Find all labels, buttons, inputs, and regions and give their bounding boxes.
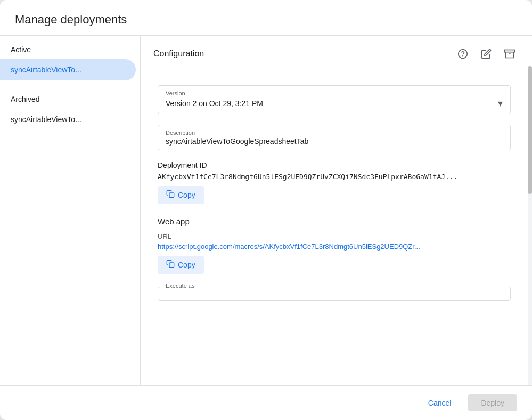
deployment-id-label: Deployment ID [158,161,511,169]
deployment-id-group: Deployment ID AKfycbxVf1fCe7L3r8Ndmgt6Un… [158,161,511,206]
deployment-id-value: AKfycbxVf1fCe7L3r8Ndmgt6Un5lESg2UED9QZrU… [158,173,511,181]
copy-icon-1 [166,190,175,200]
manage-deployments-dialog: Manage deployments Active syncAirtableVi… [0,0,532,420]
deploy-button[interactable]: Deploy [468,394,517,411]
version-field: Version Version 2 on Oct 29, 3:21 PM ▾ [158,85,511,114]
edit-button[interactable] [477,44,496,63]
main-header: Configuration [141,36,532,72]
copy-label-1: Copy [178,191,195,199]
dialog-footer: Cancel Deploy [0,385,532,420]
dialog-title: Manage deployments [0,0,532,36]
description-value: syncAirtableViewToGoogleSpreadsheetTab [166,137,503,146]
cancel-button[interactable]: Cancel [418,394,462,411]
web-app-section: Web app URL https://script.google.com/ma… [158,217,511,276]
version-select[interactable]: Version 2 on Oct 29, 3:21 PM ▾ [166,98,503,109]
content-scroll: Version Version 2 on Oct 29, 3:21 PM ▾ D… [141,72,532,385]
description-label: Description [166,130,503,136]
execute-as-field: Execute as [158,287,511,301]
svg-point-1 [463,56,463,56]
scrollbar-track[interactable] [528,66,532,385]
url-label: URL [158,232,511,240]
web-app-title: Web app [158,217,511,226]
version-value: Version 2 on Oct 29, 3:21 PM [166,99,263,108]
sidebar-divider [0,83,140,83]
sidebar-item-archived-sync[interactable]: syncAirtableViewTo... [0,109,136,130]
configuration-title: Configuration [153,49,453,59]
help-button[interactable] [453,44,472,63]
scrollbar-thumb [528,66,532,194]
archive-button[interactable] [500,44,519,63]
sidebar-item-active-sync[interactable]: syncAirtableViewTo... [0,59,136,80]
svg-rect-2 [505,50,514,52]
chevron-down-icon: ▾ [498,98,503,109]
copy-label-2: Copy [178,261,195,269]
svg-rect-5 [169,263,174,268]
copy-icon-2 [166,260,175,270]
copy-url-button[interactable]: Copy [158,256,204,274]
dialog-body: Active syncAirtableViewTo... Archived sy… [0,36,532,385]
sidebar: Active syncAirtableViewTo... Archived sy… [0,36,141,385]
execute-as-group: Execute as [158,287,511,301]
active-section-label: Active [0,36,140,59]
header-icons [453,44,519,63]
description-field: Description syncAirtableViewToGoogleSpre… [158,125,511,150]
url-link[interactable]: https://script.google.com/macros/s/AKfyc… [158,243,511,251]
version-field-group: Version Version 2 on Oct 29, 3:21 PM ▾ [158,85,511,114]
description-field-group: Description syncAirtableViewToGoogleSpre… [158,125,511,150]
execute-as-label: Execute as [163,282,197,289]
svg-rect-4 [169,193,174,198]
version-label: Version [166,90,503,96]
copy-deployment-id-button[interactable]: Copy [158,186,204,204]
main-content: Configuration [141,36,532,385]
archived-section-label: Archived [0,85,140,109]
